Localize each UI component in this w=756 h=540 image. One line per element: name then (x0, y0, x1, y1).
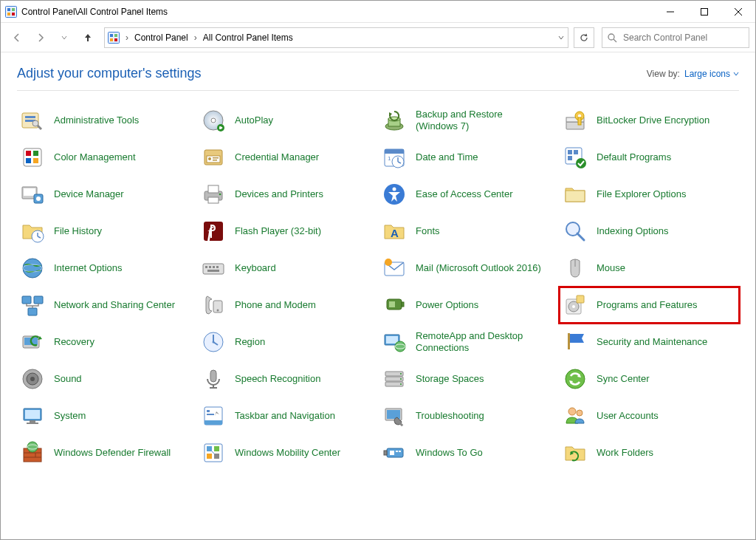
viewby-label: View by: (647, 69, 680, 79)
chevron-right-icon[interactable]: › (123, 33, 131, 43)
cp-item-credential[interactable]: Credential Manager (198, 140, 377, 175)
viewby-dropdown[interactable]: Large icons (684, 69, 739, 79)
cp-item-folderopt[interactable]: File Explorer Options (560, 177, 739, 212)
cp-item-flash[interactable]: fFlash Player (32-bit) (198, 213, 377, 249)
svg-rect-68 (204, 222, 223, 241)
cp-item-internet[interactable]: Internet Options (17, 250, 196, 286)
svg-point-102 (213, 341, 215, 344)
cp-item-wintogo[interactable]: Windows To Go (379, 435, 558, 471)
svg-point-14 (608, 34, 614, 40)
svg-rect-64 (566, 191, 585, 202)
back-button[interactable] (7, 27, 27, 48)
svg-point-40 (208, 157, 211, 160)
cp-item-network[interactable]: Network and Sharing Center (17, 287, 196, 323)
control-panel-icon (108, 32, 120, 44)
close-button[interactable] (721, 1, 755, 23)
svg-rect-148 (387, 448, 403, 457)
cp-item-label: Power Options (416, 299, 478, 311)
svg-point-19 (32, 120, 38, 126)
cp-item-keyboard[interactable]: Keyboard (198, 250, 377, 286)
cp-item-mobility[interactable]: Windows Mobility Center (198, 435, 377, 471)
cp-item-devprint[interactable]: Devices and Printers (198, 177, 377, 212)
taskbar-icon (201, 403, 226, 428)
refresh-button[interactable] (574, 27, 594, 48)
svg-rect-128 (205, 420, 222, 425)
address-dropdown[interactable] (557, 34, 565, 41)
svg-rect-84 (22, 296, 31, 304)
cp-item-storage[interactable]: Storage Spaces (379, 361, 558, 397)
cp-item-mouse[interactable]: Mouse (560, 250, 739, 286)
svg-rect-12 (110, 38, 113, 41)
cp-item-sound[interactable]: Sound (17, 361, 196, 397)
cp-item-fonts[interactable]: AFonts (379, 213, 558, 249)
svg-rect-90 (402, 302, 404, 307)
cp-item-system[interactable]: System (17, 398, 196, 434)
search-input[interactable] (622, 32, 744, 44)
cp-item-ease[interactable]: Ease of Access Center (379, 177, 558, 212)
svg-rect-9 (109, 32, 120, 43)
svg-rect-41 (213, 157, 219, 159)
cp-item-datetime[interactable]: 1Date and Time (379, 140, 558, 175)
cp-item-phone[interactable]: Phone and Modem (198, 287, 377, 323)
sync-icon (563, 366, 588, 392)
svg-point-57 (36, 196, 41, 201)
svg-rect-51 (574, 150, 578, 154)
cp-item-label: Region (235, 336, 265, 348)
cp-item-sync[interactable]: Sync Center (560, 361, 739, 397)
cp-item-firewall[interactable]: Windows Defender Firewall (17, 435, 196, 471)
search-box[interactable] (602, 27, 749, 48)
cp-item-security[interactable]: Security and Maintenance (560, 324, 739, 360)
up-button[interactable] (78, 27, 98, 48)
cp-item-workfolders[interactable]: Work Folders (560, 435, 739, 471)
indexing-icon (563, 219, 588, 244)
cp-item-tools[interactable]: Administrative Tools (17, 103, 196, 138)
cp-item-label: Speech Recognition (235, 373, 320, 385)
cp-item-label: Security and Maintenance (597, 336, 707, 348)
svg-rect-36 (26, 158, 31, 163)
items-grid: Administrative ToolsAutoPlayBackup and R… (17, 103, 739, 471)
cp-item-autoplay[interactable]: AutoPlay (198, 103, 377, 138)
chevron-down-icon (733, 71, 739, 77)
svg-rect-4 (12, 13, 15, 16)
svg-point-117 (400, 373, 402, 375)
breadcrumb-root[interactable]: Control Panel (134, 33, 188, 43)
cp-item-taskbar[interactable]: Taskbar and Navigation (198, 398, 377, 434)
programs-icon (563, 293, 588, 318)
cp-item-label: Keyboard (235, 262, 276, 274)
forward-button[interactable] (30, 27, 51, 48)
cp-item-label: Credential Manager (235, 151, 319, 163)
cp-item-color[interactable]: Color Management (17, 140, 196, 175)
cp-item-label: File Explorer Options (597, 188, 686, 200)
cp-item-programs[interactable]: Programs and Features (560, 287, 739, 323)
cp-item-bitlocker[interactable]: BitLocker Drive Encryption (560, 103, 739, 138)
chevron-right-icon[interactable]: › (191, 33, 200, 43)
viewby-value: Large icons (684, 69, 730, 79)
recent-dropdown[interactable] (54, 27, 75, 48)
cp-item-label: BitLocker Drive Encryption (597, 115, 709, 126)
cp-item-recovery[interactable]: Recovery (17, 324, 196, 360)
address-bar[interactable]: › Control Panel › All Control Panel Item… (104, 27, 568, 48)
cp-item-filehistory[interactable]: File History (17, 213, 196, 249)
cp-item-devicemgr[interactable]: Device Manager (17, 177, 196, 212)
cp-item-troubleshoot[interactable]: Troubleshooting (379, 398, 558, 434)
maximize-button[interactable] (687, 1, 721, 23)
keyboard-icon (201, 256, 226, 281)
svg-rect-86 (28, 308, 37, 315)
remote-icon (382, 329, 407, 355)
cp-item-defaultprog[interactable]: Default Programs (560, 140, 739, 175)
defaultprog-icon (563, 145, 588, 170)
svg-point-120 (566, 369, 585, 389)
cp-item-power[interactable]: Power Options (379, 287, 558, 323)
breadcrumb-current[interactable]: All Control Panel Items (203, 33, 293, 43)
cp-item-users[interactable]: User Accounts (560, 398, 739, 434)
minimize-button[interactable] (653, 1, 687, 23)
cp-item-indexing[interactable]: Indexing Options (560, 213, 739, 249)
cp-item-backup[interactable]: Backup and Restore (Windows 7) (379, 103, 558, 138)
cp-item-label: Indexing Options (597, 225, 669, 237)
cp-item-mail[interactable]: Mail (Microsoft Outlook 2016) (379, 250, 558, 286)
cp-item-speech[interactable]: Speech Recognition (198, 361, 377, 397)
cp-item-label: AutoPlay (235, 115, 273, 126)
cp-item-region[interactable]: Region (198, 324, 377, 360)
svg-line-72 (577, 233, 584, 240)
cp-item-remote[interactable]: RemoteApp and Desktop Connections (379, 324, 558, 360)
